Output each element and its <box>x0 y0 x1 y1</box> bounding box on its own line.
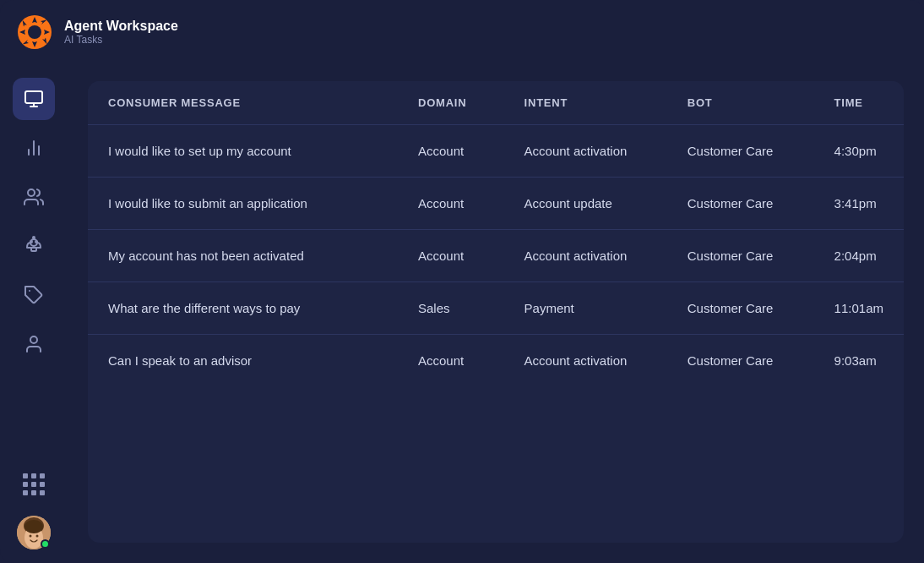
svg-point-21 <box>36 535 39 538</box>
cell-domain: Account <box>398 178 504 230</box>
cell-bot: Customer Care <box>667 335 814 387</box>
cell-bot: Customer Care <box>667 282 814 335</box>
nav-item-bots[interactable] <box>13 225 55 267</box>
cell-intent: Payment <box>504 282 667 335</box>
tag-icon <box>24 285 44 305</box>
person-icon <box>24 334 44 354</box>
top-bar: Agent Workspace AI Tasks <box>0 0 924 64</box>
cell-intent: Account activation <box>504 125 667 178</box>
table-card: CONSUMER MESSAGE DOMAIN INTENT BOT TIME … <box>88 81 904 543</box>
table-row[interactable]: I would like to set up my accountAccount… <box>88 125 904 178</box>
app-subtitle: AI Tasks <box>64 34 178 46</box>
app-title: Agent Workspace <box>64 19 178 34</box>
cell-time: 4:30pm <box>814 125 904 178</box>
col-header-message: CONSUMER MESSAGE <box>88 81 398 125</box>
bot-icon <box>24 236 44 256</box>
cell-time: 2:04pm <box>814 230 904 282</box>
cell-domain: Sales <box>398 282 504 335</box>
cell-message: What are the different ways to pay <box>88 282 398 335</box>
logo-icon <box>17 14 52 50</box>
svg-point-8 <box>28 189 35 196</box>
svg-rect-2 <box>25 91 42 103</box>
table-row[interactable]: I would like to submit an applicationAcc… <box>88 178 904 230</box>
svg-rect-10 <box>31 248 36 251</box>
cell-intent: Account update <box>504 178 667 230</box>
nav-item-chat[interactable] <box>13 78 55 120</box>
col-header-time: TIME <box>814 81 904 125</box>
table-row[interactable]: My account has not been activatedAccount… <box>88 230 904 282</box>
cell-domain: Account <box>398 125 504 178</box>
svg-point-14 <box>33 237 35 238</box>
svg-point-16 <box>30 336 37 343</box>
svg-point-11 <box>30 241 32 243</box>
cell-message: My account has not been activated <box>88 230 398 282</box>
table-row[interactable]: Can I speak to an advisorAccountAccount … <box>88 335 904 387</box>
cell-bot: Customer Care <box>667 230 814 282</box>
nav-item-profile[interactable] <box>13 323 55 365</box>
cell-intent: Account activation <box>504 335 667 387</box>
svg-point-20 <box>30 535 32 538</box>
cell-message: Can I speak to an advisor <box>88 335 398 387</box>
nav-dots[interactable] <box>23 473 45 495</box>
nav-item-analytics[interactable] <box>13 127 55 169</box>
cell-time: 3:41pm <box>814 178 904 230</box>
col-header-bot: BOT <box>667 81 814 125</box>
main-content: CONSUMER MESSAGE DOMAIN INTENT BOT TIME … <box>68 64 924 563</box>
svg-point-22 <box>24 520 43 533</box>
app-container: Agent Workspace AI Tasks <box>0 0 924 563</box>
svg-point-12 <box>35 241 37 243</box>
cell-domain: Account <box>398 335 504 387</box>
ai-tasks-table: CONSUMER MESSAGE DOMAIN INTENT BOT TIME … <box>88 81 904 386</box>
user-avatar-wrap[interactable] <box>17 516 51 549</box>
cell-bot: Customer Care <box>667 125 814 178</box>
header-text: Agent Workspace AI Tasks <box>64 19 178 46</box>
chart-icon <box>24 138 44 158</box>
col-header-domain: DOMAIN <box>398 81 504 125</box>
nav-item-tags[interactable] <box>13 274 55 316</box>
cell-message: I would like to set up my account <box>88 125 398 178</box>
online-indicator <box>41 539 50 549</box>
users-icon <box>24 187 44 207</box>
svg-point-1 <box>28 25 41 39</box>
cell-bot: Customer Care <box>667 178 814 230</box>
chat-icon <box>24 89 44 109</box>
sidebar-nav <box>0 64 68 563</box>
cell-domain: Account <box>398 230 504 282</box>
cell-time: 9:03am <box>814 335 904 387</box>
table-row[interactable]: What are the different ways to paySalesP… <box>88 282 904 335</box>
table-header-row: CONSUMER MESSAGE DOMAIN INTENT BOT TIME <box>88 81 904 125</box>
cell-time: 11:01am <box>814 282 904 335</box>
cell-message: I would like to submit an application <box>88 178 398 230</box>
col-header-intent: INTENT <box>504 81 667 125</box>
nav-item-users[interactable] <box>13 176 55 218</box>
cell-intent: Account activation <box>504 230 667 282</box>
